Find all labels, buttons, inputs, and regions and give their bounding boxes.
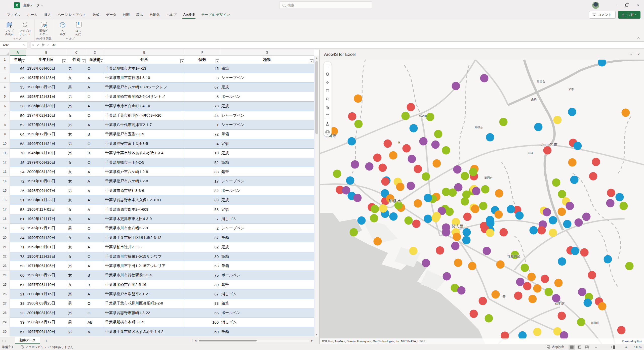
cell-G4[interactable]: 定規: [220, 83, 314, 92]
cell-F15[interactable]: 82: [185, 186, 220, 195]
map-point-marker[interactable]: [496, 260, 505, 269]
cell-C14[interactable]: 女: [67, 177, 86, 186]
cell-A9[interactable]: 64: [10, 130, 26, 139]
menu-icon[interactable]: [325, 63, 330, 68]
cell-E5[interactable]: 千葉県船橋市東船橋2-5-14サントノ: [104, 92, 185, 101]
filter-dropdown-icon[interactable]: [62, 59, 66, 63]
table-header-年齢[interactable]: 年齢: [10, 56, 26, 64]
cell-F21[interactable]: 62: [185, 242, 220, 252]
ribbon-tab-数式[interactable]: 数式: [89, 11, 103, 19]
cell-D25[interactable]: B: [86, 280, 104, 289]
cell-B9[interactable]: 1959年12月07日: [26, 130, 67, 139]
cell-F29[interactable]: 100: [185, 318, 220, 327]
cell-F9[interactable]: 72: [185, 130, 220, 139]
cell-A22[interactable]: 73: [10, 252, 26, 261]
map-point-marker[interactable]: [348, 137, 356, 145]
cell-D8[interactable]: A: [86, 120, 104, 129]
filter-dropdown-icon[interactable]: [21, 59, 25, 63]
cell-D20[interactable]: A: [86, 233, 104, 242]
map-point-marker[interactable]: [580, 248, 589, 256]
cell-E28[interactable]: 千葉県習志野市藤崎1-3-22: [104, 308, 185, 318]
cell-G20[interactable]: 筆箱: [220, 233, 314, 242]
cell-D3[interactable]: A: [86, 73, 104, 82]
cell-B8[interactable]: 1972年06月18日: [26, 120, 67, 129]
ribbon-tab-ヘルプ[interactable]: ヘルプ: [163, 11, 180, 19]
formula-input[interactable]: 46: [50, 41, 644, 49]
row-header-19[interactable]: 19: [0, 224, 10, 233]
map-point-marker[interactable]: [563, 220, 571, 228]
ready-status[interactable]: 準備完了: [2, 345, 14, 349]
cell-E22[interactable]: 千葉県市川市福栄3-5-15サンワプ: [104, 252, 185, 261]
name-box[interactable]: A32: [0, 41, 27, 49]
cell-F24[interactable]: 75: [185, 271, 220, 280]
map-point-marker[interactable]: [452, 82, 460, 90]
cell-B30[interactable]: 1967年06月20日: [26, 327, 67, 336]
cell-B5[interactable]: 1958年12月31日: [26, 92, 67, 101]
cell-A11[interactable]: 78: [10, 149, 26, 158]
cell-C7[interactable]: 女: [67, 111, 86, 120]
row-header-28[interactable]: 28: [0, 308, 10, 318]
cell-A25[interactable]: 67: [10, 280, 26, 289]
cell-C5[interactable]: 男: [67, 92, 86, 101]
map-point-marker[interactable]: [554, 279, 562, 287]
cell-B22[interactable]: 1950年12月28日: [26, 252, 67, 261]
cell-G17[interactable]: 定規: [220, 205, 314, 214]
cell-D23[interactable]: A: [86, 261, 104, 271]
map-point-marker[interactable]: [566, 202, 574, 210]
cell-E21[interactable]: 千葉県柏市逆井2-1-22: [104, 242, 185, 252]
cell-A27[interactable]: 38: [10, 299, 26, 308]
map-point-marker[interactable]: [451, 242, 460, 250]
map-point-marker[interactable]: [481, 185, 489, 193]
cell-D24[interactable]: B: [86, 271, 104, 280]
minimize-button[interactable]: [609, 0, 621, 10]
cell-G24[interactable]: ボールペン: [220, 271, 314, 280]
cell-B6[interactable]: 1986年03月30日: [26, 102, 67, 111]
cell-B21[interactable]: 1952年09月01日: [26, 242, 67, 252]
cell-A10[interactable]: 58: [10, 139, 26, 148]
row-header-24[interactable]: 24: [0, 271, 10, 280]
cell-F8[interactable]: 1: [185, 120, 220, 129]
map-point-marker[interactable]: [468, 262, 476, 270]
ribbon-tab-テーブル デザイン[interactable]: テーブル デザイン: [198, 11, 233, 19]
map-point-marker[interactable]: [523, 282, 532, 290]
cell-C23[interactable]: 男: [67, 261, 86, 271]
map-point-marker[interactable]: [543, 146, 552, 154]
zoom-percentage[interactable]: 145%: [632, 345, 642, 349]
document-title[interactable]: 顧客データ: [23, 3, 43, 8]
map-point-marker[interactable]: [607, 189, 615, 197]
cell-D27[interactable]: O: [86, 299, 104, 308]
cell-D15[interactable]: A: [86, 186, 104, 195]
cell-D30[interactable]: A: [86, 327, 104, 336]
map-point-marker[interactable]: [389, 151, 397, 160]
cell-C2[interactable]: 男: [67, 64, 86, 73]
cell-C21[interactable]: 女: [67, 242, 86, 252]
cell-C20[interactable]: 女: [67, 233, 86, 242]
map-point-marker[interactable]: [365, 162, 373, 171]
reset-map-button[interactable]: マップのリセット: [17, 20, 33, 36]
row-header-13[interactable]: 13: [0, 167, 10, 177]
map-point-marker[interactable]: [617, 326, 625, 334]
map-point-marker[interactable]: [357, 216, 366, 225]
ribbon-tab-校閲[interactable]: 校閲: [120, 11, 133, 19]
map-point-marker[interactable]: [625, 262, 634, 270]
row-header-10[interactable]: 10: [0, 139, 10, 148]
cell-D4[interactable]: A: [86, 83, 104, 92]
cell-E15[interactable]: 千葉県市原市惣社3-3-6: [104, 186, 185, 195]
map-point-marker[interactable]: [568, 158, 577, 167]
row-header-14[interactable]: 14: [0, 177, 10, 186]
cell-A13[interactable]: 24: [10, 167, 26, 177]
cell-E25[interactable]: 千葉県船橋市西船2-5-16: [104, 280, 185, 289]
row-header-9[interactable]: 9: [0, 130, 10, 139]
map-point-marker[interactable]: [621, 109, 630, 117]
table-header-個数[interactable]: 個数: [185, 56, 220, 64]
map-point-marker[interactable]: [381, 178, 390, 186]
map-point-marker[interactable]: [583, 299, 592, 307]
row-header-7[interactable]: 7: [0, 111, 10, 120]
map-point-marker[interactable]: [463, 213, 472, 221]
cell-D13[interactable]: A: [86, 167, 104, 177]
cell-C9[interactable]: 女: [67, 130, 86, 139]
pane-close-icon[interactable]: ×: [637, 52, 640, 57]
map-point-marker[interactable]: [412, 220, 420, 228]
sheet-nav-right-icon[interactable]: ›: [5, 338, 9, 343]
map-point-marker[interactable]: [573, 142, 582, 150]
